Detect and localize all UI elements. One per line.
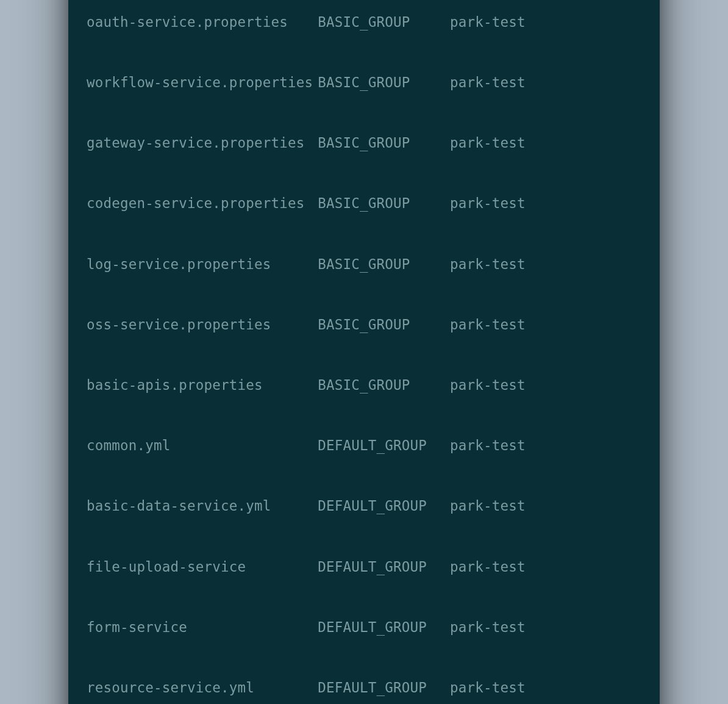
cell-id: basic-apis.properties [87, 375, 318, 395]
cell-id: log-service.properties [87, 254, 318, 275]
cell-namespace: park-test [450, 133, 526, 153]
cell-group: DEFAULT_GROUP [318, 557, 450, 577]
table-row: workflow-service.propertiesBASIC_GROUPpa… [87, 73, 641, 93]
cell-id: common.yml [87, 436, 318, 456]
cell-id: gateway-service.properties [87, 133, 318, 153]
cell-id: resource-service.yml [87, 678, 318, 698]
cell-group: BASIC_GROUP [318, 133, 450, 153]
cell-group: BASIC_GROUP [318, 375, 450, 395]
cell-namespace: park-test [450, 375, 526, 395]
cell-namespace: park-test [450, 436, 526, 456]
table-row: codegen-service.propertiesBASIC_GROUPpar… [87, 193, 641, 214]
cell-group: DEFAULT_GROUP [318, 436, 450, 456]
cell-namespace: park-test [450, 557, 526, 577]
terminal-window: ❯ nacos-cli get config -n park-test -A I… [68, 0, 660, 704]
cell-id: workflow-service.properties [87, 73, 318, 93]
cell-namespace: park-test [450, 496, 526, 516]
cell-id: file-upload-service [87, 557, 318, 577]
table-row: log-service.propertiesBASIC_GROUPpark-te… [87, 254, 641, 275]
table-row: oauth-service.propertiesBASIC_GROUPpark-… [87, 12, 641, 32]
table-row: basic-data-service.ymlDEFAULT_GROUPpark-… [87, 496, 641, 516]
table-row: oss-service.propertiesBASIC_GROUPpark-te… [87, 315, 641, 335]
cell-group: DEFAULT_GROUP [318, 617, 450, 638]
cell-group: DEFAULT_GROUP [318, 496, 450, 516]
table-row: gateway-service.propertiesBASIC_GROUPpar… [87, 133, 641, 153]
table-row: basic-apis.propertiesBASIC_GROUPpark-tes… [87, 375, 641, 395]
table-row: resource-service.ymlDEFAULT_GROUPpark-te… [87, 678, 641, 698]
cell-group: BASIC_GROUP [318, 73, 450, 93]
cell-id: form-service [87, 617, 318, 638]
cell-namespace: park-test [450, 73, 526, 93]
table-row: file-upload-serviceDEFAULT_GROUPpark-tes… [87, 557, 641, 577]
output-table: IDGROUPNAMESPACE upms-service.properties… [87, 0, 641, 704]
cell-namespace: park-test [450, 193, 526, 214]
cell-group: BASIC_GROUP [318, 254, 450, 275]
table-row: common.ymlDEFAULT_GROUPpark-test [87, 436, 641, 456]
cell-id: oss-service.properties [87, 315, 318, 335]
cell-id: codegen-service.properties [87, 193, 318, 214]
cell-group: BASIC_GROUP [318, 315, 450, 335]
cell-group: DEFAULT_GROUP [318, 678, 450, 698]
cell-id: basic-data-service.yml [87, 496, 318, 516]
cell-namespace: park-test [450, 254, 526, 275]
cell-namespace: park-test [450, 617, 526, 638]
table-row: form-serviceDEFAULT_GROUPpark-test [87, 617, 641, 638]
terminal-content[interactable]: ❯ nacos-cli get config -n park-test -A I… [87, 0, 641, 704]
cell-id: oauth-service.properties [87, 12, 318, 32]
cell-group: BASIC_GROUP [318, 193, 450, 214]
cell-namespace: park-test [450, 12, 526, 32]
cell-group: BASIC_GROUP [318, 12, 450, 32]
cell-namespace: park-test [450, 678, 526, 698]
cell-namespace: park-test [450, 315, 526, 335]
